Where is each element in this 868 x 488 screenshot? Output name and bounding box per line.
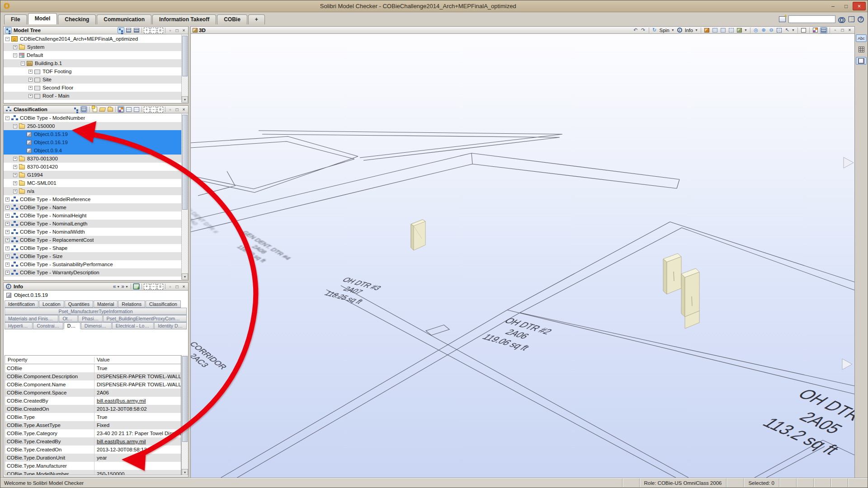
table-row[interactable]: COBie.Type.Category 23-40 20 21 17: Pape…	[5, 429, 181, 437]
expand-all-button[interactable]: +	[144, 28, 150, 33]
tree-row[interactable]: Building.b.1	[4, 59, 181, 67]
main-tab[interactable]: COBie	[217, 14, 247, 24]
classification-scrollbar[interactable]: ▼	[181, 114, 188, 280]
spin-icon[interactable]: ↻	[651, 27, 658, 33]
expand-level-button[interactable]: ≡	[157, 284, 163, 290]
expander-toggle[interactable]	[5, 37, 9, 41]
info-dropdown-icon[interactable]: ▼	[695, 28, 698, 32]
info-tab[interactable]: Relations	[118, 300, 145, 308]
tree-row[interactable]: Second Floor	[4, 84, 181, 92]
property-column-header[interactable]: Property	[5, 357, 94, 362]
spin-dropdown-icon[interactable]: ▼	[671, 28, 675, 32]
filmstrip-icon[interactable]	[848, 16, 855, 23]
class-list-icon[interactable]	[80, 106, 87, 113]
panel-close-button[interactable]: ×	[181, 284, 187, 289]
panel-maximize-button[interactable]: □	[840, 28, 845, 33]
classification-row[interactable]: Object.0.9.4	[4, 146, 181, 155]
expander-toggle[interactable]	[5, 222, 9, 226]
zoom-window-icon[interactable]	[776, 27, 783, 33]
expander-toggle[interactable]	[13, 53, 17, 57]
zoom-out-icon[interactable]: ⊖	[768, 27, 774, 33]
transparent-mode-icon[interactable]	[712, 27, 718, 33]
info-tab[interactable]: Identification	[5, 300, 38, 308]
classification-row[interactable]: COBie Type - ModelReference	[4, 195, 181, 203]
info-tab[interactable]: Constraints	[33, 322, 63, 329]
classification-row[interactable]: COBie Type - WarrantyDescription	[4, 268, 181, 277]
expander-toggle[interactable]	[28, 70, 33, 74]
classification-row[interactable]: COBie Type - Size	[4, 252, 181, 260]
expander-toggle[interactable]	[28, 86, 33, 90]
info-tab[interactable]: Electrical - Loads	[112, 322, 154, 329]
main-tab[interactable]: Checking	[58, 14, 96, 24]
info-scrollbar[interactable]: ▼	[181, 355, 188, 475]
expander-toggle[interactable]	[13, 45, 17, 49]
open-classification-icon[interactable]	[99, 106, 106, 113]
scroll-down-icon[interactable]: ▼	[182, 96, 188, 103]
add-view-icon[interactable]	[778, 16, 786, 23]
info-tab[interactable]: Phasing	[78, 315, 102, 322]
minimize-button[interactable]: –	[826, 2, 840, 10]
classification-row[interactable]: n/a	[4, 187, 181, 195]
ghost-mode-icon[interactable]	[720, 27, 726, 33]
panel-maximize-button[interactable]: □	[174, 28, 180, 33]
tree-row[interactable]: Roof - Main	[4, 92, 181, 100]
panel-close-button[interactable]: ×	[847, 28, 853, 33]
solid-mode-icon[interactable]	[703, 27, 710, 33]
history-forward-icon[interactable]: »	[121, 283, 124, 290]
checklist-icon[interactable]	[125, 106, 132, 113]
collapse-all-button[interactable]: −	[151, 107, 156, 113]
classification-row[interactable]: G1994	[4, 171, 181, 179]
undo-icon[interactable]: ↶	[632, 27, 639, 33]
zoom-fit-icon[interactable]: ◎	[753, 27, 759, 33]
info-mode-icon[interactable]: i	[676, 27, 683, 33]
layers-icon[interactable]	[820, 27, 827, 33]
classification-row[interactable]: COBie Type - Shape	[4, 244, 181, 252]
expander-toggle[interactable]	[28, 78, 33, 82]
expander-toggle[interactable]	[21, 61, 25, 66]
expander-toggle[interactable]	[5, 254, 9, 258]
pin-selection-icon[interactable]	[133, 283, 140, 290]
main-tab[interactable]: Communication	[97, 14, 151, 24]
panel-close-button[interactable]: ×	[181, 107, 187, 112]
color-grid-icon[interactable]	[118, 106, 124, 113]
tree-row[interactable]: TOF Footing	[4, 67, 181, 75]
table-row[interactable]: COBie.Component.Description DISPENSER-PA…	[5, 372, 181, 380]
classification-row[interactable]: Object.0.16.19	[4, 138, 181, 146]
quick-search-input[interactable]	[788, 15, 835, 23]
history-back-icon[interactable]: «	[113, 283, 116, 290]
new-classification-icon[interactable]	[91, 106, 98, 113]
table-row[interactable]: COBie.Type.ModelNumber 250-150000	[5, 470, 181, 475]
expander-toggle[interactable]	[5, 197, 9, 202]
expand-level-button[interactable]: ≡	[157, 107, 163, 113]
expander-toggle[interactable]	[13, 157, 17, 161]
zoom-in-icon[interactable]: ⊕	[760, 27, 767, 33]
select-cursor-icon[interactable]: ↖	[784, 27, 790, 33]
classification-row[interactable]: COBie Type - NominalHeight	[4, 211, 181, 220]
table-row[interactable]: COBie.Type True	[5, 413, 181, 421]
expander-toggle[interactable]	[5, 206, 9, 210]
table-row[interactable]: COBie.Type.DurationUnit year	[5, 454, 181, 462]
classification-row[interactable]: COBie Type - ModelNumber	[4, 114, 181, 122]
collapse-all-button[interactable]: −	[151, 28, 156, 33]
classification-row[interactable]: COBie Type - SustainabilityPerformance	[4, 260, 181, 268]
mode-dropdown-icon[interactable]: ▼	[744, 28, 748, 32]
info-tab[interactable]: Classification	[146, 300, 181, 308]
expander-toggle[interactable]	[5, 238, 9, 242]
expander-toggle[interactable]	[5, 263, 9, 267]
table-row[interactable]: COBie.CreatedOn 2013-12-30T08:58:02	[5, 405, 181, 413]
binoculars-search-icon[interactable]	[838, 16, 845, 23]
value-column-header[interactable]: Value	[94, 357, 181, 362]
panel-restore-button[interactable]: ▫	[167, 107, 173, 112]
main-tab[interactable]: Model	[28, 13, 57, 24]
close-button[interactable]: ×	[853, 2, 866, 10]
redo-icon[interactable]: ↷	[640, 27, 646, 33]
tree-row[interactable]: System	[4, 43, 181, 51]
table-row[interactable]: COBie True	[5, 364, 181, 372]
tree-view-icon[interactable]	[118, 27, 124, 33]
panel-restore-button[interactable]: ▫	[167, 284, 173, 289]
expander-toggle[interactable]	[5, 230, 9, 234]
expander-toggle[interactable]	[5, 271, 9, 275]
tree-row[interactable]: Site	[4, 75, 181, 84]
panel-close-button[interactable]: ×	[181, 28, 187, 33]
classification-row[interactable]: 8370-001420	[4, 163, 181, 171]
